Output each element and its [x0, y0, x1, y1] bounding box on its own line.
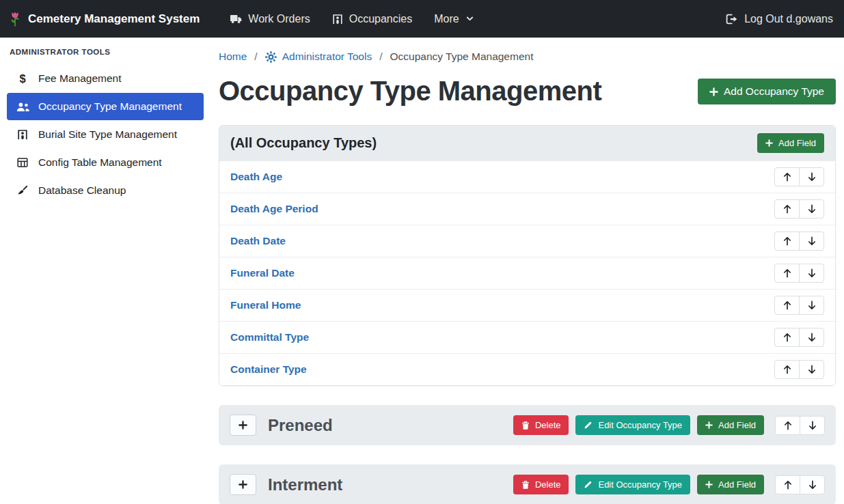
add-field-button[interactable]: Add Field: [757, 133, 824, 153]
move-down-button[interactable]: [799, 232, 824, 251]
move-buttons: [775, 416, 825, 435]
breadcrumb-current: Occupancy Type Management: [390, 51, 534, 63]
field-link[interactable]: Death Age: [230, 171, 282, 183]
arrow-up-icon: [783, 204, 791, 214]
edit-occupancy-type-button[interactable]: Edit Occupancy Type: [575, 475, 690, 494]
tulip-logo-icon: [8, 10, 22, 28]
nav-work-orders[interactable]: Work Orders: [219, 7, 321, 31]
section-actions: Delete Edit Occupancy Type Add Field: [513, 415, 825, 435]
move-down-button[interactable]: [800, 475, 825, 494]
nav-work-orders-label: Work Orders: [248, 13, 310, 25]
users-icon: [16, 102, 29, 112]
plus-icon: [705, 421, 713, 429]
move-down-button[interactable]: [799, 328, 824, 347]
chevron-down-icon: [465, 14, 474, 23]
arrow-up-icon: [783, 333, 791, 342]
sidebar-item-database-cleanup[interactable]: Database Cleanup: [7, 177, 204, 204]
nav-occupancies[interactable]: Occupancies: [321, 7, 424, 31]
logout-label: Log Out d.gowans: [744, 13, 833, 25]
arrow-down-icon: [808, 236, 816, 246]
breadcrumb-admin-tools-link[interactable]: Administrator Tools: [265, 51, 372, 63]
move-up-button[interactable]: [774, 232, 800, 251]
breadcrumb-separator: /: [254, 51, 257, 63]
field-row: Container Type: [219, 353, 835, 385]
table-icon: [16, 157, 29, 168]
edit-occupancy-type-label: Edit Occupancy Type: [598, 420, 682, 430]
add-field-label: Add Field: [778, 138, 816, 148]
move-down-button[interactable]: [799, 360, 824, 379]
card-title: (All Occupancy Types): [230, 135, 377, 151]
plus-icon: [705, 481, 713, 488]
delete-button[interactable]: Delete: [513, 475, 569, 494]
move-up-button[interactable]: [774, 296, 800, 315]
logout-button[interactable]: Log Out d.gowans: [726, 13, 833, 25]
person-booth-icon: [332, 14, 343, 25]
field-row: Funeral Home: [219, 289, 835, 321]
field-link[interactable]: Funeral Home: [230, 299, 301, 311]
sidebar-item-label: Burial Site Type Management: [38, 128, 177, 141]
arrow-up-icon: [783, 236, 791, 246]
move-down-button[interactable]: [799, 296, 824, 315]
move-down-button[interactable]: [800, 416, 825, 435]
breadcrumb: Home / Administrator Tools / Occupancy T…: [219, 51, 836, 63]
move-up-button[interactable]: [774, 328, 800, 347]
add-field-label: Add Field: [718, 420, 756, 430]
section-title: Preneed: [268, 416, 502, 435]
all-occupancy-types-card: (All Occupancy Types) Add Field Death Ag…: [219, 125, 836, 386]
arrow-down-icon: [808, 480, 817, 490]
plus-icon: [765, 139, 773, 147]
sidebar: Administrator Tools $ Fee Management Occ…: [0, 38, 210, 504]
move-buttons: [774, 328, 824, 347]
arrow-down-icon: [808, 268, 816, 278]
add-field-button[interactable]: Add Field: [697, 415, 764, 435]
title-row: Occupancy Type Management Add Occupancy …: [219, 74, 836, 108]
move-up-button[interactable]: [774, 264, 800, 283]
breadcrumb-separator: /: [379, 51, 382, 63]
delete-label: Delete: [535, 479, 561, 490]
sidebar-item-occupancy-type-management[interactable]: Occupancy Type Management: [7, 93, 204, 120]
add-field-button[interactable]: Add Field: [697, 475, 764, 494]
move-buttons: [774, 360, 824, 379]
arrow-down-icon: [808, 204, 816, 214]
card-header: (All Occupancy Types) Add Field: [219, 126, 835, 160]
move-up-button[interactable]: [775, 475, 800, 494]
move-down-button[interactable]: [799, 264, 824, 283]
move-down-button[interactable]: [799, 199, 824, 219]
pencil-icon: [584, 421, 593, 430]
app-title: Cemetery Management System: [28, 12, 200, 26]
expand-section-button[interactable]: [230, 474, 256, 495]
breadcrumb-home-link[interactable]: Home: [219, 51, 247, 63]
add-occupancy-type-button[interactable]: Add Occupancy Type: [698, 79, 836, 104]
navbar-links: Work Orders Occupancies More: [219, 7, 485, 31]
app-brand[interactable]: Cemetery Management System: [8, 10, 200, 28]
arrow-up-icon: [784, 480, 792, 490]
expand-section-button[interactable]: [230, 415, 256, 436]
move-up-button[interactable]: [774, 360, 800, 379]
edit-occupancy-type-button[interactable]: Edit Occupancy Type: [575, 415, 690, 435]
field-link[interactable]: Committal Type: [230, 331, 309, 344]
trash-icon: [521, 421, 530, 430]
top-navbar: Cemetery Management System Work Orders O…: [0, 0, 844, 38]
sidebar-item-label: Occupancy Type Management: [38, 100, 182, 113]
sidebar-item-burial-site-type-management[interactable]: Burial Site Type Management: [7, 121, 204, 148]
nav-more[interactable]: More: [423, 7, 485, 31]
field-link[interactable]: Death Age Period: [230, 203, 318, 215]
section-actions: Delete Edit Occupancy Type Add Field: [513, 475, 825, 494]
trash-icon: [521, 480, 530, 490]
broom-icon: [16, 185, 29, 196]
section-title: Interment: [268, 475, 502, 494]
arrow-up-icon: [783, 172, 791, 182]
move-up-button[interactable]: [774, 167, 800, 186]
edit-occupancy-type-label: Edit Occupancy Type: [598, 479, 682, 490]
delete-label: Delete: [535, 420, 561, 430]
move-up-button[interactable]: [774, 199, 800, 219]
plus-icon: [239, 480, 247, 489]
delete-button[interactable]: Delete: [513, 415, 569, 435]
move-up-button[interactable]: [775, 416, 800, 435]
field-link[interactable]: Funeral Date: [230, 267, 295, 279]
sidebar-item-config-table-management[interactable]: Config Table Management: [7, 149, 204, 176]
field-link[interactable]: Container Type: [230, 363, 307, 376]
field-link[interactable]: Death Date: [230, 235, 286, 247]
sidebar-item-fee-management[interactable]: $ Fee Management: [7, 65, 204, 92]
move-down-button[interactable]: [799, 167, 824, 186]
